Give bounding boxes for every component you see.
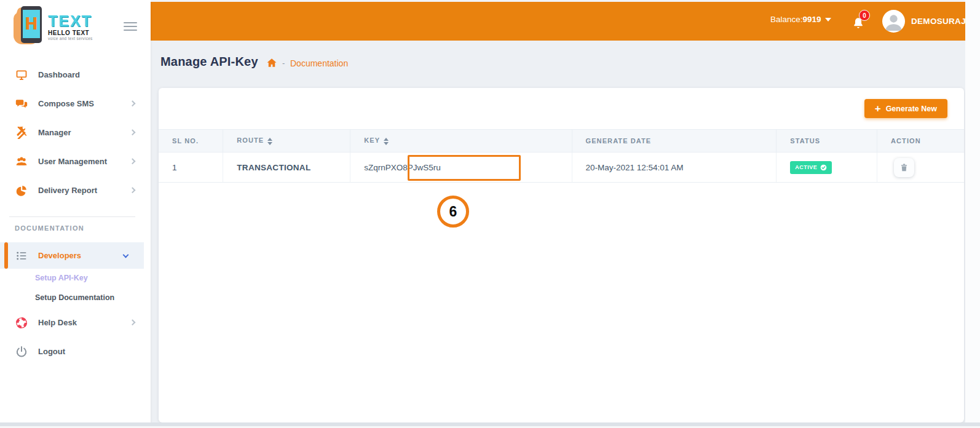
logo-screen-shape: H <box>23 10 40 38</box>
annotation-step-circle: 6 <box>437 196 469 228</box>
tools-icon <box>15 127 28 139</box>
page-title: Manage API-Key <box>160 55 258 69</box>
power-icon <box>15 346 28 358</box>
sidebar-item-user-management[interactable]: User Management <box>0 147 151 176</box>
cell-status: ACTIVE <box>776 153 877 183</box>
user-avatar[interactable] <box>882 10 905 33</box>
brand-name: HELLO TEXT <box>48 30 93 36</box>
sidebar-nav: Dashboard Compose SMS Manager <box>0 60 151 205</box>
sidebar-item-developers[interactable]: Developers <box>0 242 144 269</box>
notifications-button[interactable]: 0 <box>850 12 871 33</box>
column-header-status: STATUS <box>776 130 877 153</box>
column-header-generate-date: GENERATE DATE <box>572 130 776 153</box>
cell-generate-date: 20-May-2021 12:54:01 AM <box>572 153 776 183</box>
username-menu[interactable]: DEMOSURAJ1 <box>911 17 965 26</box>
sidebar-item-label: Developers <box>38 251 81 260</box>
column-header-label: KEY <box>364 137 380 144</box>
column-header-action: ACTION <box>877 130 965 153</box>
cell-api-key: sZqrnPXO8PJwS5ru <box>350 153 572 183</box>
sidebar-item-dashboard[interactable]: Dashboard <box>0 60 151 89</box>
lifebuoy-icon <box>15 317 28 329</box>
logo-h-letter: H <box>25 15 38 33</box>
column-header-sl-no: SL NO. <box>159 130 223 153</box>
logo-phone-shape: H <box>21 6 42 43</box>
notification-count-badge: 0 <box>859 10 870 21</box>
column-header-route[interactable]: ROUTE <box>223 130 350 153</box>
sidebar-toggle-icon[interactable] <box>124 22 137 31</box>
sidebar-item-compose-sms[interactable]: Compose SMS <box>0 89 151 118</box>
sort-icon <box>267 138 272 145</box>
logo-phone-icon: H <box>15 6 43 48</box>
sidebar-item-label: Help Desk <box>38 318 77 327</box>
status-label: ACTIVE <box>795 164 817 170</box>
brand-logo[interactable]: H TEXT HELLO TEXT voice and text service… <box>15 6 119 50</box>
sidebar-item-help-desk[interactable]: Help Desk <box>0 308 151 337</box>
sort-icon <box>384 138 389 145</box>
sidebar-item-label: Delivery Report <box>38 186 97 195</box>
delete-key-button[interactable] <box>894 158 914 177</box>
breadcrumb-documentation-link[interactable]: Documentation <box>290 58 348 68</box>
sidebar-divider <box>9 216 135 217</box>
home-icon[interactable] <box>266 57 277 68</box>
generate-new-label: Generate New <box>886 105 937 113</box>
chat-bubbles-icon <box>15 98 28 110</box>
chevron-right-icon <box>130 319 136 325</box>
table-row: 1 TRANSACTIONAL sZqrnPXO8PJwS5ru 20-May-… <box>159 153 964 183</box>
chevron-right-icon <box>130 187 136 193</box>
sidebar-subitem-setup-api-key[interactable]: Setup API-Key <box>35 274 88 282</box>
sidebar-item-label: User Management <box>38 157 107 166</box>
chevron-down-icon <box>123 252 129 258</box>
sidebar-item-delivery-report[interactable]: Delivery Report <box>0 176 151 205</box>
logo-text-column: TEXT HELLO TEXT voice and text services <box>48 6 93 41</box>
app-frame: H TEXT HELLO TEXT voice and text service… <box>0 0 980 428</box>
chevron-right-icon <box>130 129 136 135</box>
api-keys-table: SL NO. ROUTE KEY GENERATE DATE STATUS AC… <box>159 129 964 183</box>
trash-icon <box>899 163 909 172</box>
right-edge-strip <box>965 0 980 428</box>
status-badge: ACTIVE <box>790 161 832 174</box>
sidebar-item-manager[interactable]: Manager <box>0 118 151 147</box>
active-item-accent-bar <box>4 242 8 269</box>
column-header-key[interactable]: KEY <box>350 130 572 153</box>
list-icon <box>15 250 28 262</box>
cell-sl-no: 1 <box>159 153 223 183</box>
monitor-icon <box>15 69 28 81</box>
api-key-card: + Generate New SL NO. ROUTE KEY GENERATE… <box>159 88 964 422</box>
balance-value: 9919 <box>803 15 821 24</box>
balance-dropdown[interactable]: Balance:9919 <box>770 15 831 24</box>
sidebar-subitem-setup-documentation[interactable]: Setup Documentation <box>35 293 114 302</box>
generate-new-button[interactable]: + Generate New <box>864 99 947 118</box>
sidebar-item-label: Logout <box>38 347 65 356</box>
chevron-right-icon <box>130 158 136 164</box>
plus-icon: + <box>875 103 881 114</box>
users-icon <box>15 156 28 168</box>
column-header-label: ROUTE <box>237 137 264 144</box>
sidebar: H TEXT HELLO TEXT voice and text service… <box>0 0 151 424</box>
sidebar-item-label: Compose SMS <box>38 99 94 108</box>
sidebar-item-label: Dashboard <box>38 70 80 79</box>
person-icon <box>882 10 905 33</box>
sidebar-item-logout[interactable]: Logout <box>0 337 151 366</box>
sidebar-section-label: DOCUMENTATION <box>15 224 84 232</box>
cell-route: TRANSACTIONAL <box>223 153 350 183</box>
top-edge-strip <box>151 0 965 2</box>
caret-down-icon <box>825 18 831 22</box>
chevron-right-icon <box>130 100 136 106</box>
balance-label: Balance: <box>770 15 803 24</box>
table-header-row: SL NO. ROUTE KEY GENERATE DATE STATUS AC… <box>159 130 964 153</box>
cell-action <box>877 153 965 183</box>
brand-tagline: voice and text services <box>48 36 93 41</box>
sidebar-item-label: Manager <box>38 128 71 137</box>
brand-wordmark: TEXT <box>48 14 93 28</box>
breadcrumb-separator: - <box>282 58 285 68</box>
pie-chart-icon <box>15 184 28 197</box>
topbar: Balance:9919 0 DEMOSURAJ1 <box>151 2 965 41</box>
check-circle-icon <box>820 164 827 171</box>
